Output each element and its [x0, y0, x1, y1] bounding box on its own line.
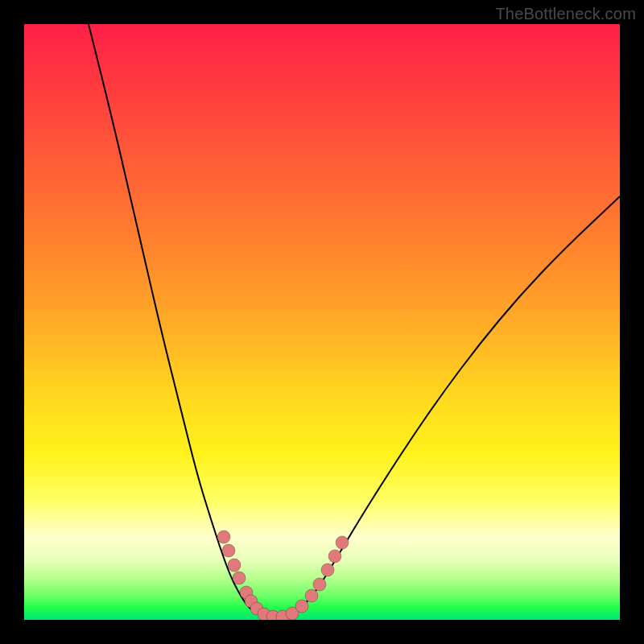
curve-marker — [240, 586, 253, 599]
curve-marker — [222, 544, 235, 557]
curve-marker — [328, 550, 341, 563]
curve-marker — [305, 589, 318, 602]
curve-marker — [228, 559, 241, 572]
curve-marker — [250, 602, 263, 615]
curve-marker — [321, 564, 334, 576]
curve-marker — [217, 530, 230, 543]
curve-marker — [266, 610, 279, 620]
curve-marker — [336, 536, 349, 549]
curve-marker — [295, 600, 308, 613]
curve-marker — [233, 572, 246, 584]
curve-marker — [245, 595, 258, 608]
curve-marker — [258, 608, 270, 620]
chart-overlay — [24, 24, 620, 620]
curve-marker — [276, 610, 289, 620]
chart-stage: TheBottleneck.com — [0, 0, 644, 644]
plot-area — [24, 24, 620, 620]
watermark-text: TheBottleneck.com — [495, 5, 636, 23]
curve-marker — [313, 578, 326, 591]
bottleneck-curve — [89, 24, 620, 617]
curve-marker — [286, 607, 299, 620]
marker-group — [217, 530, 349, 620]
